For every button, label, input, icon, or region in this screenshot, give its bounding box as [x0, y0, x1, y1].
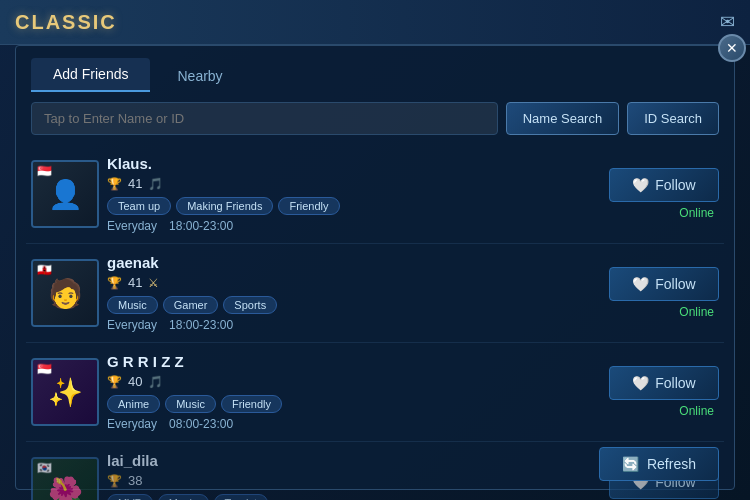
follow-button[interactable]: 🤍 Follow	[609, 267, 719, 301]
player-info: G R R I Z Z 🏆 40 🎵 AnimeMusicFriendly Ev…	[99, 353, 609, 431]
player-level: 41	[128, 275, 142, 290]
tag: Music	[107, 296, 158, 314]
avatar: 🧑 🇬🇮	[31, 259, 99, 327]
tab-nearby[interactable]: Nearby	[155, 60, 244, 92]
refresh-icon: 🔄	[622, 456, 639, 472]
tag: Music	[165, 395, 216, 413]
extra-icon: ⚔	[148, 276, 159, 290]
follow-label: Follow	[655, 375, 695, 391]
flag-badge: 🇰🇷	[35, 461, 53, 475]
tag: Making Friends	[176, 197, 273, 215]
player-name-row: G R R I Z Z	[107, 353, 601, 370]
schedule-time: 08:00-23:00	[169, 417, 233, 431]
tags-row: AnimeMusicFriendly	[107, 395, 601, 413]
refresh-button[interactable]: 🔄 Refresh	[599, 447, 719, 481]
flag-badge: 🇸🇬	[35, 362, 53, 376]
schedule-row: Everyday 08:00-23:00	[107, 417, 601, 431]
player-stats-row: 🏆 41 ⚔	[107, 275, 601, 290]
tag: Gamer	[163, 296, 219, 314]
player-stats-row: 🏆 41 🎵	[107, 176, 601, 191]
refresh-section: 🔄 Refresh	[599, 447, 719, 481]
avatar: 🌺 🇰🇷	[31, 457, 99, 500]
online-status: Online	[679, 305, 719, 319]
id-search-button[interactable]: ID Search	[627, 102, 719, 135]
schedule-time: 18:00-23:00	[169, 219, 233, 233]
mail-icon[interactable]: ✉	[720, 11, 735, 33]
schedule-label: Everyday	[107, 219, 157, 233]
online-status: Online	[679, 404, 719, 418]
rank-icon: 🏆	[107, 474, 122, 488]
tabs-container: Add Friends Nearby	[16, 46, 734, 92]
flag-badge: 🇬🇮	[35, 263, 53, 277]
schedule-row: Everyday 18:00-23:00	[107, 219, 601, 233]
follow-button[interactable]: 🤍 Follow	[609, 168, 719, 202]
player-card: 🧑 🇬🇮 gaenak 🏆 41 ⚔ MusicGamerSports Ever…	[26, 244, 724, 343]
tab-add-friends[interactable]: Add Friends	[31, 58, 150, 92]
player-level: 41	[128, 176, 142, 191]
tag: Friendly	[278, 197, 339, 215]
player-name-row: lai_dila	[107, 452, 601, 469]
tag: Sports	[223, 296, 277, 314]
player-info: gaenak 🏆 41 ⚔ MusicGamerSports Everyday …	[99, 254, 609, 332]
player-name: lai_dila	[107, 452, 158, 469]
online-status: Online	[679, 206, 719, 220]
player-name: G R R I Z Z	[107, 353, 184, 370]
tag: MVP	[107, 494, 153, 500]
close-button[interactable]: ✕	[718, 34, 746, 62]
schedule-label: Everyday	[107, 417, 157, 431]
follow-label: Follow	[655, 276, 695, 292]
player-stats-row: 🏆 38	[107, 473, 601, 488]
follow-section: 🤍 Follow Online	[609, 267, 719, 319]
avatar: 👤 🇸🇬	[31, 160, 99, 228]
player-info: Klaus. 🏆 41 🎵 Team upMaking FriendsFrien…	[99, 155, 609, 233]
extra-icon: 🎵	[148, 177, 163, 191]
heart-icon: 🤍	[632, 375, 649, 391]
follow-label: Follow	[655, 177, 695, 193]
tags-row: Team upMaking FriendsFriendly	[107, 197, 601, 215]
follow-section: 🤍 Follow Online	[609, 366, 719, 418]
heart-icon: 🤍	[632, 276, 649, 292]
player-level: 40	[128, 374, 142, 389]
player-name: gaenak	[107, 254, 159, 271]
player-card: ✨ 🇸🇬 G R R I Z Z 🏆 40 🎵 AnimeMusicFriend…	[26, 343, 724, 442]
follow-section: 🤍 Follow Online	[609, 168, 719, 220]
tag: Friendly	[221, 395, 282, 413]
avatar: ✨ 🇸🇬	[31, 358, 99, 426]
tag: Tourist	[214, 494, 268, 500]
search-row: Name Search ID Search	[16, 92, 734, 145]
main-panel: ✕ Add Friends Nearby Name Search ID Sear…	[15, 45, 735, 490]
player-info: lai_dila 🏆 38 MVPMusicTourist Everyday 1…	[99, 452, 609, 500]
player-name-row: gaenak	[107, 254, 601, 271]
rank-icon: 🏆	[107, 276, 122, 290]
schedule-time: 18:00-23:00	[169, 318, 233, 332]
rank-icon: 🏆	[107, 177, 122, 191]
player-stats-row: 🏆 40 🎵	[107, 374, 601, 389]
player-level: 38	[128, 473, 142, 488]
page-title: CLASSIC	[15, 11, 117, 34]
heart-icon: 🤍	[632, 177, 649, 193]
player-name: Klaus.	[107, 155, 152, 172]
tags-row: MusicGamerSports	[107, 296, 601, 314]
flag-badge: 🇸🇬	[35, 164, 53, 178]
tags-row: MVPMusicTourist	[107, 494, 601, 500]
tag: Music	[158, 494, 209, 500]
refresh-label: Refresh	[647, 456, 696, 472]
extra-icon: 🎵	[148, 375, 163, 389]
tag: Team up	[107, 197, 171, 215]
title-bar: CLASSIC ✉	[0, 0, 750, 45]
player-card: 👤 🇸🇬 Klaus. 🏆 41 🎵 Team upMaking Friends…	[26, 145, 724, 244]
name-search-button[interactable]: Name Search	[506, 102, 619, 135]
player-name-row: Klaus.	[107, 155, 601, 172]
tag: Anime	[107, 395, 160, 413]
follow-button[interactable]: 🤍 Follow	[609, 366, 719, 400]
rank-icon: 🏆	[107, 375, 122, 389]
schedule-row: Everyday 18:00-23:00	[107, 318, 601, 332]
search-input[interactable]	[31, 102, 498, 135]
schedule-label: Everyday	[107, 318, 157, 332]
